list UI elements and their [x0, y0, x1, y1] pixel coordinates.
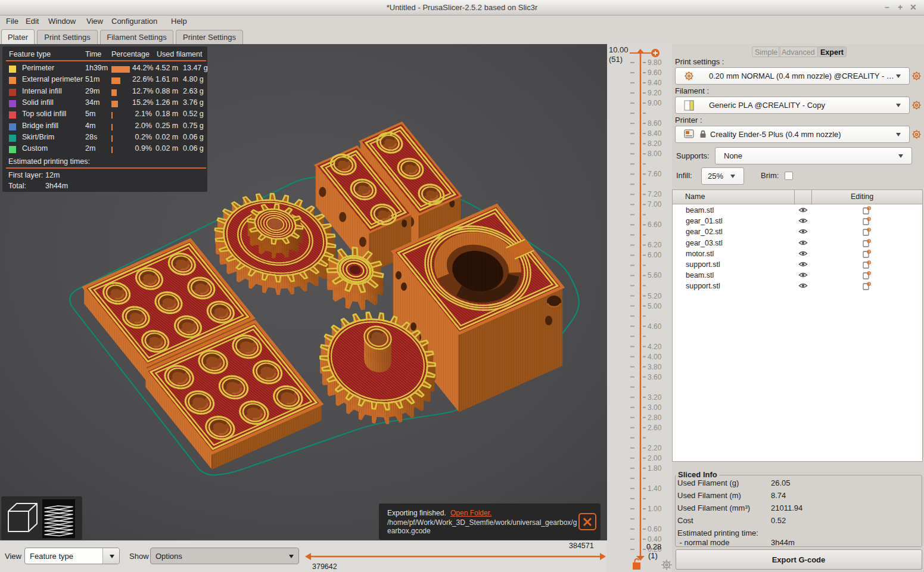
svg-text:3.20: 3.20 — [648, 393, 662, 402]
svg-text:4.20: 4.20 — [648, 343, 662, 351]
svg-text:9.00: 9.00 — [648, 99, 662, 107]
svg-text:5.00: 5.00 — [648, 302, 662, 310]
svg-text:9.20: 9.20 — [648, 89, 662, 97]
svg-text:7.60: 7.60 — [648, 170, 662, 178]
svg-text:2.80: 2.80 — [648, 414, 662, 422]
svg-text:9.40: 9.40 — [648, 79, 662, 87]
svg-text:6.00: 6.00 — [648, 251, 662, 259]
svg-text:7.20: 7.20 — [648, 190, 662, 198]
svg-text:5.60: 5.60 — [648, 271, 662, 279]
svg-text:8.40: 8.40 — [648, 129, 662, 138]
svg-text:1.80: 1.80 — [648, 464, 662, 472]
svg-text:8.20: 8.20 — [648, 139, 662, 148]
svg-text:1.00: 1.00 — [648, 505, 662, 513]
svg-text:1.40: 1.40 — [648, 484, 662, 493]
svg-text:3.80: 3.80 — [648, 363, 662, 371]
svg-text:9.80: 9.80 — [648, 58, 662, 67]
svg-text:4.60: 4.60 — [648, 322, 662, 331]
svg-text:3.60: 3.60 — [648, 373, 662, 381]
svg-text:9.60: 9.60 — [648, 69, 662, 77]
svg-text:2.20: 2.20 — [648, 444, 662, 452]
svg-text:5.20: 5.20 — [648, 292, 662, 300]
svg-text:0.60: 0.60 — [648, 525, 662, 533]
svg-text:2.00: 2.00 — [648, 454, 662, 462]
svg-text:8.00: 8.00 — [648, 150, 662, 158]
svg-text:6.20: 6.20 — [648, 241, 662, 249]
svg-text:4.00: 4.00 — [648, 353, 662, 361]
svg-text:7.00: 7.00 — [648, 200, 662, 209]
svg-text:6.60: 6.60 — [648, 220, 662, 229]
svg-text:2.60: 2.60 — [648, 424, 662, 432]
svg-text:3.00: 3.00 — [648, 403, 662, 412]
svg-text:8.60: 8.60 — [648, 119, 662, 128]
